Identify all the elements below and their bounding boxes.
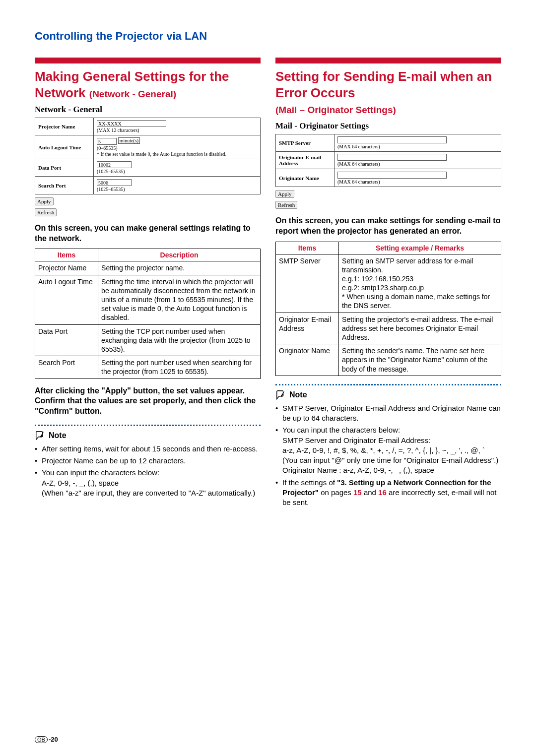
th-items: Items [35,249,98,261]
after-apply-text: After clicking the "Apply" button, the s… [35,386,261,417]
unit-auto-logout: minute(s) [118,137,140,144]
right-intro: On this screen, you can make settings fo… [275,216,501,237]
cell-desc: Setting the projector's e-mail address. … [339,313,501,344]
hint-projector-name: (MAX 12 characters) [97,127,139,133]
page-title: Controlling the Projector via LAN [35,30,501,43]
label-smtp-server: SMTP Server [276,134,335,151]
hint-auto-logout-2: * If the set value is made 0, the Auto L… [97,151,226,157]
note-heading: Note [35,430,261,441]
input-auto-logout[interactable]: 5 [97,138,117,145]
cell-desc: Setting the TCP port number used when ex… [98,324,261,356]
gb-badge: GB [35,736,48,743]
hint-smtp: (MAX 64 characters) [337,144,380,149]
table-row: SMTP Server Setting an SMTP server addre… [276,254,501,313]
dotted-rule [35,425,261,426]
network-general-screenshot: Network - General Projector Name XX-XXXX… [35,105,261,216]
dotted-rule [275,384,501,385]
label-projector-name: Projector Name [35,118,94,135]
list-item: If the settings of "3. Setting up a Netw… [275,478,501,508]
table-row: Originator Name Setting the sender's nam… [276,344,501,376]
right-desc-table: Items Setting example / Remarks SMTP Ser… [275,242,501,376]
refresh-button[interactable]: Refresh [275,201,297,209]
input-search-port[interactable]: 5006 [97,179,132,186]
left-heading-sub: (Network - General) [89,89,176,99]
right-column: Setting for Sending E-mail when an Error… [275,58,501,509]
label-originator-email: Originator E-mail Address [276,151,335,169]
label-data-port: Data Port [35,159,94,176]
note-label: Note [289,390,307,399]
list-item: Projector Name can be up to 12 character… [35,456,261,466]
hint-oemail: (MAX 64 characters) [337,161,380,167]
input-originator-name[interactable] [337,172,447,179]
list-item: After setting items, wait for about 15 s… [35,444,261,454]
apply-button[interactable]: Apply [35,197,54,205]
right-heading-sub: (Mail – Originator Settings) [275,105,396,115]
note-icon [275,389,286,400]
note3-mid: on pages [319,488,353,497]
table-row: Data Port Setting the TCP port number us… [35,324,261,356]
section-divider [275,58,501,63]
th-desc: Description [98,249,261,261]
cell-item: Projector Name [35,261,98,275]
left-column: Making General Settings for the Network … [35,58,261,509]
left-desc-table: Items Description Projector Name Setting… [35,249,261,378]
label-auto-logout: Auto Logout Time [35,135,94,159]
page-footer: GB-20 [35,736,58,743]
note-icon [35,430,46,441]
hint-data-port: (1025–65535) [97,169,125,174]
cell-item: Auto Logout Time [35,275,98,324]
hint-oname: (MAX 64 characters) [337,179,380,185]
list-item: You can input the characters below: A-Z,… [35,468,261,498]
th-desc: Setting example / Remarks [339,242,501,254]
th-items: Items [276,242,339,254]
mail-originator-form: SMTP Server (MAX 64 characters) Originat… [275,134,501,187]
cell-desc: Setting the time interval in which the p… [98,275,261,324]
cell-item: Search Port [35,356,98,378]
note-label: Note [49,431,67,440]
list-item: You can input the characters below: SMTP… [275,425,501,475]
table-row: Originator E-mail Address Setting the pr… [276,313,501,344]
page-ref-16: 16 [378,488,387,497]
hint-search-port: (1025–65535) [97,187,125,192]
note-heading: Note [275,389,501,400]
list-item: SMTP Server, Originator E-mail Address a… [275,403,501,424]
section-divider [35,58,261,63]
cell-item: Data Port [35,324,98,356]
input-data-port[interactable]: 10002 [97,161,132,168]
ss-title: Mail - Originator Settings [275,121,501,131]
page-number: -20 [49,736,58,743]
left-intro: On this screen, you can make general set… [35,223,261,244]
apply-button[interactable]: Apply [275,190,294,198]
cell-item: SMTP Server [276,254,339,313]
cell-item: Originator Name [276,344,339,376]
cell-desc: Setting the sender's name. The name set … [339,344,501,376]
cell-desc: Setting the port number used when search… [98,356,261,378]
network-general-form: Projector Name XX-XXXX (MAX 12 character… [35,118,261,194]
cell-desc: Setting the projector name. [98,261,261,275]
left-heading: Making General Settings for the Network … [35,68,261,101]
hint-auto-logout-1: (0–65535) [97,145,118,151]
refresh-button[interactable]: Refresh [35,208,57,216]
note3-and: and [362,488,378,497]
input-originator-email[interactable] [337,154,447,161]
page-ref-15: 15 [353,488,362,497]
input-smtp-server[interactable] [337,136,447,143]
ss-title: Network - General [35,105,261,115]
label-search-port: Search Port [35,177,94,194]
cell-item: Originator E-mail Address [276,313,339,344]
table-row: Search Port Setting the port number used… [35,356,261,378]
table-row: Auto Logout Time Setting the time interv… [35,275,261,324]
note3-pre: If the settings of [282,478,337,487]
right-notes-list: SMTP Server, Originator E-mail Address a… [275,403,501,508]
right-heading: Setting for Sending E-mail when an Error… [275,68,501,117]
left-notes-list: After setting items, wait for about 15 s… [35,444,261,498]
cell-desc: Setting an SMTP server address for e-mai… [339,254,501,313]
input-projector-name[interactable]: XX-XXXX [97,120,166,127]
table-row: Projector Name Setting the projector nam… [35,261,261,275]
label-originator-name: Originator Name [276,169,335,187]
content-columns: Making General Settings for the Network … [35,58,501,509]
mail-originator-screenshot: Mail - Originator Settings SMTP Server (… [275,121,501,209]
right-heading-main: Setting for Sending E-mail when an Error… [275,69,492,100]
